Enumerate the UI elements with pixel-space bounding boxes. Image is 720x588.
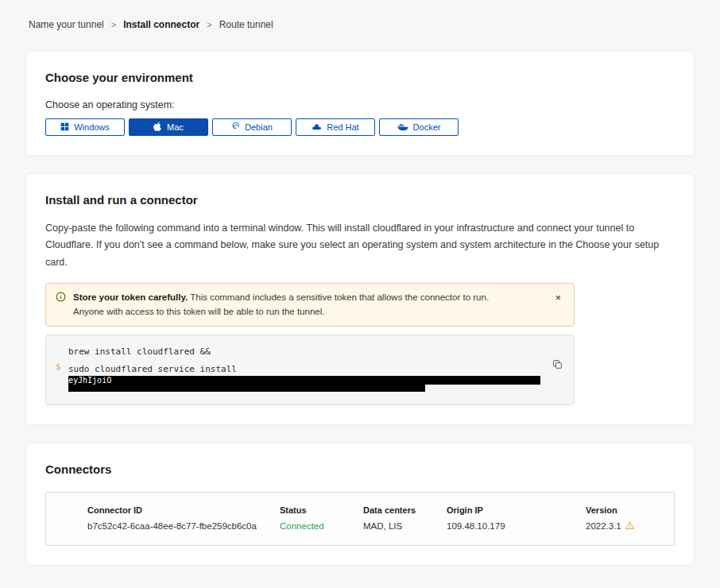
install-command-codeblock: $ brew install cloudflared && sudo cloud… — [45, 335, 575, 405]
token-redaction-bar: eyJhIjoiO — [68, 376, 540, 385]
os-button-debian[interactable]: Debian — [212, 118, 292, 136]
connector-id-value: b7c52c42-6caa-48ee-8c77-fbe259cb6c0a — [87, 521, 280, 531]
debian-icon — [231, 122, 240, 133]
data-centers-value: MAD, LIS — [363, 521, 447, 531]
info-icon — [56, 292, 66, 307]
breadcrumb-step-route-tunnel[interactable]: Route tunnel — [219, 19, 273, 30]
table-header-row: Connector ID Status Data centers Origin … — [46, 493, 674, 515]
os-button-redhat[interactable]: Red Hat — [296, 118, 375, 136]
connector-card-title: Install and run a connector — [45, 193, 675, 207]
environment-card-title: Choose your environment — [45, 71, 675, 84]
os-button-row: Windows Mac Debian Red Hat Docker — [45, 118, 675, 136]
os-button-label: Red Hat — [327, 122, 358, 132]
token-prefix: eyJhIjoiO — [68, 376, 111, 385]
copy-icon[interactable] — [551, 358, 564, 373]
column-header-data-centers: Data centers — [363, 505, 447, 515]
breadcrumb-step-install-connector[interactable]: Install connector — [123, 19, 199, 30]
table-row: b7c52c42-6caa-48ee-8c77-fbe259cb6c0a Con… — [46, 515, 674, 545]
code-line-service-install: sudo cloudflared service install — [68, 363, 542, 375]
column-header-version: Version — [586, 505, 658, 515]
docker-icon — [397, 122, 408, 133]
column-header-connector-id: Connector ID — [87, 505, 280, 515]
connectors-card-title: Connectors — [45, 462, 675, 476]
code-line-brew-install: brew install cloudflared && — [68, 346, 542, 358]
origin-ip-value: 109.48.10.179 — [447, 521, 586, 531]
os-select-label: Choose an operating system: — [45, 99, 675, 110]
apple-icon — [153, 122, 162, 133]
warning-icon — [625, 521, 634, 531]
breadcrumb-separator: > — [207, 20, 211, 29]
breadcrumb: Name your tunnel > Install connector > R… — [0, 0, 720, 30]
os-button-docker[interactable]: Docker — [379, 118, 459, 136]
os-button-label: Docker — [413, 122, 441, 132]
os-button-windows[interactable]: Windows — [45, 118, 125, 136]
breadcrumb-separator: > — [111, 20, 116, 29]
close-icon[interactable]: × — [552, 291, 564, 304]
connectors-card: Connectors Connector ID Status Data cent… — [25, 443, 695, 566]
token-redaction-bar — [68, 385, 425, 392]
version-text: 2022.3.1 — [586, 521, 621, 531]
alert-text: Store your token carefully. This command… — [73, 291, 518, 319]
alert-title: Store your token carefully. — [73, 292, 188, 302]
os-button-label: Windows — [74, 122, 110, 132]
os-button-label: Debian — [245, 122, 273, 132]
connectors-table: Connector ID Status Data centers Origin … — [45, 492, 675, 546]
column-header-status: Status — [280, 505, 363, 515]
os-button-mac[interactable]: Mac — [129, 118, 208, 136]
choose-environment-card: Choose your environment Choose an operat… — [25, 51, 695, 156]
install-connector-card: Install and run a connector Copy-paste t… — [25, 173, 695, 425]
column-header-origin-ip: Origin IP — [447, 505, 586, 515]
connector-card-description: Copy-paste the following command into a … — [45, 220, 675, 271]
breadcrumb-step-name-tunnel[interactable]: Name your tunnel — [29, 19, 104, 30]
status-badge: Connected — [280, 521, 363, 531]
redhat-icon — [312, 122, 322, 133]
version-value: 2022.3.1 — [586, 521, 658, 531]
terminal-prompt: $ — [56, 361, 61, 373]
token-warning-alert: Store your token carefully. This command… — [45, 283, 575, 327]
windows-icon — [60, 122, 69, 133]
os-button-label: Mac — [167, 122, 184, 132]
